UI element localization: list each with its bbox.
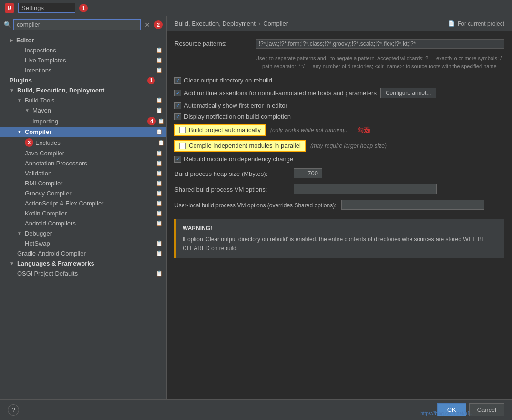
file-icon: 📋 bbox=[156, 240, 163, 246]
breadcrumb-separator: › bbox=[258, 20, 260, 27]
compile-parallel-check[interactable] bbox=[179, 143, 186, 149]
sidebar-item-groovy-compiler[interactable]: Groovy Compiler 📋 bbox=[0, 188, 166, 198]
file-icon: 📋 bbox=[156, 270, 163, 277]
project-icon: 📄 bbox=[448, 20, 455, 27]
title-input[interactable] bbox=[18, 3, 75, 13]
file-icon: 📋 bbox=[156, 210, 163, 216]
warning-title: WARNING! bbox=[183, 224, 498, 233]
search-bar: 🔍 ✕ 2 bbox=[0, 16, 166, 33]
sidebar-item-compiler[interactable]: ▼ Compiler 📋 bbox=[0, 127, 166, 137]
resource-patterns-row: Resource patterns: bbox=[174, 39, 504, 49]
sidebar-item-annotation-processors[interactable]: Annotation Processors 📋 bbox=[0, 158, 166, 168]
sidebar-item-debugger[interactable]: ▼ Debugger bbox=[0, 228, 166, 238]
plugins-badge: 1 bbox=[147, 77, 155, 84]
sidebar-item-maven[interactable]: ▼ Maven 📋 bbox=[0, 105, 166, 115]
sidebar-item-rmi-compiler[interactable]: RMI Compiler 📋 bbox=[0, 178, 166, 188]
shared-vm-label: Shared build process VM options: bbox=[174, 185, 289, 193]
file-icon: 📋 bbox=[156, 97, 163, 103]
build-auto-label: Build project automatically bbox=[189, 126, 261, 133]
bottom-bar: ? OK Cancel bbox=[0, 399, 512, 420]
help-button[interactable]: ? bbox=[8, 404, 19, 416]
file-icon: 📋 bbox=[156, 190, 163, 196]
sidebar-item-importing[interactable]: Importing 4 📋 bbox=[0, 115, 166, 127]
resource-patterns-help: Use ; to separate patterns and ! to nega… bbox=[174, 54, 504, 70]
rebuild-module-label: Rebuild module on dependency change bbox=[184, 155, 293, 163]
sidebar-item-excludes[interactable]: 3 Excludes 📋 bbox=[0, 137, 166, 148]
option-rebuild-module: Rebuild module on dependency change bbox=[174, 155, 504, 163]
sidebar-item-android-compilers[interactable]: Android Compilers 📋 bbox=[0, 218, 166, 228]
title-bar: IJ 1 bbox=[0, 0, 512, 16]
cancel-button[interactable]: Cancel bbox=[469, 403, 504, 416]
file-icon: 📋 bbox=[156, 170, 163, 176]
file-icon: 📋 bbox=[156, 57, 163, 63]
display-notification-label: Display notification on build completion bbox=[184, 113, 291, 120]
clear-output-checkbox[interactable]: Clear output directory on rebuild bbox=[174, 77, 272, 84]
build-auto-check[interactable] bbox=[179, 127, 186, 133]
rebuild-module-checkbox[interactable]: Rebuild module on dependency change bbox=[174, 155, 293, 163]
sidebar-item-build-tools[interactable]: ▼ Build Tools 📋 bbox=[0, 95, 166, 105]
breadcrumb-part2: Compiler bbox=[263, 20, 288, 27]
sidebar-item-actionscript-compiler[interactable]: ActionScript & Flex Compiler 📋 bbox=[0, 198, 166, 208]
heap-size-row: Build process heap size (Mbytes): bbox=[174, 168, 504, 178]
sidebar-item-java-compiler[interactable]: Java Compiler 📋 bbox=[0, 148, 166, 158]
sidebar-item-kotlin-compiler[interactable]: Kotlin Compiler 📋 bbox=[0, 208, 166, 218]
breadcrumb-part1: Build, Execution, Deployment bbox=[174, 20, 256, 27]
file-icon: 📋 bbox=[156, 250, 163, 256]
auto-show-error-checkbox[interactable]: Automatically show first error in editor bbox=[174, 102, 287, 109]
sidebar-section-languages[interactable]: ▼ Languages & Frameworks bbox=[0, 258, 166, 268]
file-icon: 📋 bbox=[156, 107, 163, 113]
option-clear-output: Clear output directory on rebuild bbox=[174, 77, 504, 84]
display-notification-checkbox[interactable]: Display notification on build completion bbox=[174, 113, 291, 120]
sidebar-item-osgi[interactable]: OSGi Project Defaults 📋 bbox=[0, 268, 166, 278]
add-runtime-check[interactable] bbox=[174, 90, 181, 96]
heap-size-input[interactable] bbox=[294, 168, 322, 178]
warning-text: If option 'Clear output directory on reb… bbox=[183, 235, 498, 253]
breadcrumb: Build, Execution, Deployment › Compiler … bbox=[167, 16, 512, 31]
compile-parallel-note: (may require larger heap size) bbox=[310, 143, 387, 149]
sidebar-item-inspections[interactable]: Inspections 📋 bbox=[0, 45, 166, 55]
display-notification-check[interactable] bbox=[174, 113, 181, 120]
sidebar-item-live-templates[interactable]: Live Templates 📋 bbox=[0, 55, 166, 65]
sidebar-item-hotswap[interactable]: HotSwap 📋 bbox=[0, 238, 166, 248]
user-local-vm-row: User-local build process VM options (ove… bbox=[174, 200, 504, 210]
resource-patterns-input[interactable] bbox=[256, 39, 504, 49]
clear-output-check[interactable] bbox=[174, 77, 181, 84]
add-runtime-label: Add runtime assertions for notnull-annot… bbox=[184, 90, 377, 97]
annotation-tick: 勾选 bbox=[358, 126, 370, 134]
user-local-vm-input[interactable] bbox=[341, 200, 484, 210]
app-icon: IJ bbox=[5, 3, 14, 13]
build-auto-checkbox-container[interactable]: Build project automatically bbox=[174, 124, 266, 136]
option-add-runtime: Add runtime assertions for notnull-annot… bbox=[174, 88, 504, 98]
rebuild-module-check[interactable] bbox=[174, 156, 181, 163]
sidebar: 🔍 ✕ 2 ▶ Editor Inspections 📋 Live Templa… bbox=[0, 16, 167, 399]
shared-vm-row: Shared build process VM options: bbox=[174, 184, 504, 194]
compile-parallel-checkbox-container[interactable]: Compile independent modules in parallel bbox=[174, 140, 306, 152]
compile-parallel-label: Compile independent modules in parallel bbox=[189, 142, 301, 149]
configure-annot-button[interactable]: Configure annot... bbox=[380, 88, 436, 98]
breadcrumb-project-label: For current project bbox=[458, 20, 504, 27]
sidebar-tree: ▶ Editor Inspections 📋 Live Templates 📋 … bbox=[0, 33, 166, 399]
sidebar-section-editor[interactable]: ▶ Editor bbox=[0, 35, 166, 45]
sidebar-section-plugins[interactable]: Plugins 1 bbox=[0, 75, 166, 85]
resource-patterns-label: Resource patterns: bbox=[174, 39, 251, 47]
file-icon: 📋 bbox=[156, 200, 163, 206]
option-compile-parallel: Compile independent modules in parallel … bbox=[174, 140, 504, 152]
sidebar-section-build[interactable]: ▼ Build, Execution, Deployment bbox=[0, 85, 166, 95]
sidebar-item-validation[interactable]: Validation 📋 bbox=[0, 168, 166, 178]
add-runtime-checkbox[interactable]: Add runtime assertions for notnull-annot… bbox=[174, 90, 377, 97]
search-input[interactable] bbox=[13, 19, 141, 30]
step-4-badge: 4 bbox=[147, 117, 156, 125]
sidebar-item-intentions[interactable]: Intentions 📋 bbox=[0, 65, 166, 75]
build-auto-note: (only works while not running... bbox=[270, 127, 349, 133]
search-icon: 🔍 bbox=[4, 21, 11, 28]
user-local-vm-label: User-local build process VM options (ove… bbox=[174, 201, 337, 209]
sidebar-item-gradle-android[interactable]: Gradle-Android Compiler 📋 bbox=[0, 248, 166, 258]
settings-content: Resource patterns: Use ; to separate pat… bbox=[167, 31, 512, 399]
search-clear-button[interactable]: ✕ bbox=[143, 21, 152, 29]
clear-output-label: Clear output directory on rebuild bbox=[184, 77, 272, 84]
file-icon: 📋 bbox=[156, 180, 163, 186]
step-2-badge: 2 bbox=[154, 20, 163, 29]
warning-box: WARNING! If option 'Clear output directo… bbox=[174, 219, 504, 258]
auto-show-error-check[interactable] bbox=[174, 102, 181, 109]
shared-vm-input[interactable] bbox=[294, 184, 437, 194]
